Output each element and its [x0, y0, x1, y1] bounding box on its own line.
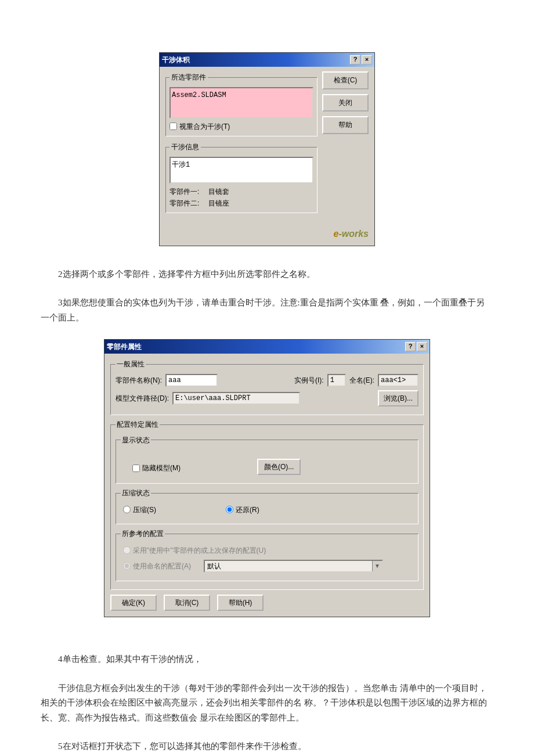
- titlebar[interactable]: 干涉体积 ? ×: [160, 53, 374, 67]
- dlg2-help-button[interactable]: 帮助(H): [217, 595, 264, 611]
- instance-field: 1: [327, 374, 346, 387]
- fullname-field: aaa<1>: [378, 374, 418, 387]
- titlebar[interactable]: 零部件属性 ? ×: [104, 340, 430, 354]
- eworks-logo: e-works: [160, 225, 374, 245]
- use-inplace-radio: [123, 546, 131, 554]
- interference-list[interactable]: 干涉1: [169, 157, 313, 183]
- instance-label: 实例号(I):: [294, 375, 324, 386]
- general-legend: 一般属性: [116, 358, 146, 370]
- use-named-label: 使用命名的配置(A): [133, 560, 191, 572]
- suppress-radio-label: 压缩(S): [133, 504, 156, 516]
- selected-parts-legend: 所选零部件: [169, 71, 208, 83]
- ok-button[interactable]: 确定(K): [110, 595, 157, 611]
- referenced-config-group: 所参考的配置 采用"使用中"零部件的或上次保存的配置(U) 使用命名的配置(A): [116, 528, 418, 581]
- suppress-radio[interactable]: [123, 506, 131, 513]
- para-3: 3如果您想使重合的实体也列为干涉，请单击重合时干涉。注意:重合是指两个实体重 叠…: [41, 296, 493, 325]
- para-5: 5在对话框打开状态下，您可以选择其他的零部件来作干涉检查。: [41, 739, 493, 754]
- fullname-label: 全名(E):: [349, 375, 374, 386]
- suppress-state-group: 压缩状态 压缩(S) 还原(R): [116, 487, 418, 524]
- interference-info-legend: 干涉信息: [169, 141, 201, 153]
- interference-info-group: 干涉信息 干涉1 零部件一: 目镜套 零部件二: 目镜座: [165, 141, 317, 213]
- close-icon[interactable]: ×: [417, 342, 427, 351]
- hide-model-checkbox[interactable]: [132, 465, 140, 472]
- para-2: 2选择两个或多个零部件，选择零件方框中列出所选零部件之名称。: [41, 267, 493, 282]
- use-inplace-label: 采用"使用中"零部件的或上次保存的配置(U): [133, 545, 266, 556]
- selected-part-item[interactable]: Assem2.SLDASM: [172, 89, 311, 101]
- component1-label: 零部件一:: [169, 186, 199, 197]
- component1-value: 目镜套: [208, 186, 229, 197]
- close-button[interactable]: 关闭: [322, 94, 369, 111]
- treat-coincident-label: 视重合为干涉(T): [179, 121, 230, 132]
- interference-dialog: 干涉体积 ? × 所选零部件 Assem2.SLDASM 视重合为干涉(T): [159, 52, 375, 246]
- help-button[interactable]: 帮助: [322, 116, 369, 134]
- suppress-state-legend: 压缩状态: [121, 487, 151, 499]
- treat-coincident-checkbox[interactable]: [169, 123, 177, 130]
- component-properties-dialog: 零部件属性 ? × 一般属性 零部件名称(N): aaa 实例号(I): 1 全…: [104, 339, 430, 617]
- browse-button[interactable]: 浏览(B)...: [378, 390, 418, 406]
- config-select-value: 默认: [205, 561, 372, 571]
- name-label: 零部件名称(N):: [116, 375, 162, 386]
- path-label: 模型文件路径(D):: [116, 393, 169, 404]
- selected-parts-group: 所选零部件 Assem2.SLDASM 视重合为干涉(T): [165, 71, 317, 136]
- general-group: 一般属性 零部件名称(N): aaa 实例号(I): 1 全名(E): aaa<…: [110, 358, 424, 415]
- resolve-radio[interactable]: [226, 506, 233, 513]
- config-specific-group: 配置特定属性 显示状态 隐藏模型(M) 颜色(O)...: [110, 419, 424, 590]
- referenced-config-legend: 所参考的配置: [121, 528, 165, 539]
- path-field: E:\user\aaa.SLDPRT: [172, 392, 300, 405]
- config-select[interactable]: 默认 ▼: [204, 560, 383, 573]
- dialog2-title: 零部件属性: [107, 341, 404, 352]
- component2-value: 目镜座: [208, 197, 229, 209]
- help-icon[interactable]: ?: [350, 55, 360, 64]
- use-named-radio: [123, 562, 131, 570]
- help-icon[interactable]: ?: [405, 342, 416, 351]
- selected-parts-list[interactable]: Assem2.SLDASM: [169, 87, 313, 118]
- interference-item[interactable]: 干涉1: [172, 159, 311, 171]
- resolve-radio-label: 还原(R): [236, 504, 259, 516]
- display-state-legend: 显示状态: [121, 434, 151, 446]
- display-state-group: 显示状态 隐藏模型(M) 颜色(O)...: [116, 434, 418, 484]
- hide-model-label: 隐藏模型(M): [142, 462, 181, 474]
- cancel-button[interactable]: 取消(C): [164, 595, 210, 611]
- para-4: 4单击检查。如果其中有干涉的情况，: [41, 652, 493, 667]
- para-4b: 干涉信息方框会列出发生的干涉（每对干涉的零部件会列出一次干涉的报告）。当您单击 …: [41, 681, 493, 726]
- config-specific-legend: 配置特定属性: [116, 419, 160, 430]
- check-button[interactable]: 检查(C): [322, 71, 369, 89]
- chevron-down-icon[interactable]: ▼: [372, 561, 382, 571]
- dialog1-title: 干涉体积: [162, 54, 349, 66]
- close-icon[interactable]: ×: [362, 55, 372, 64]
- component2-label: 零部件二:: [169, 197, 199, 209]
- name-field[interactable]: aaa: [165, 374, 218, 387]
- color-button[interactable]: 颜色(O)...: [257, 459, 301, 475]
